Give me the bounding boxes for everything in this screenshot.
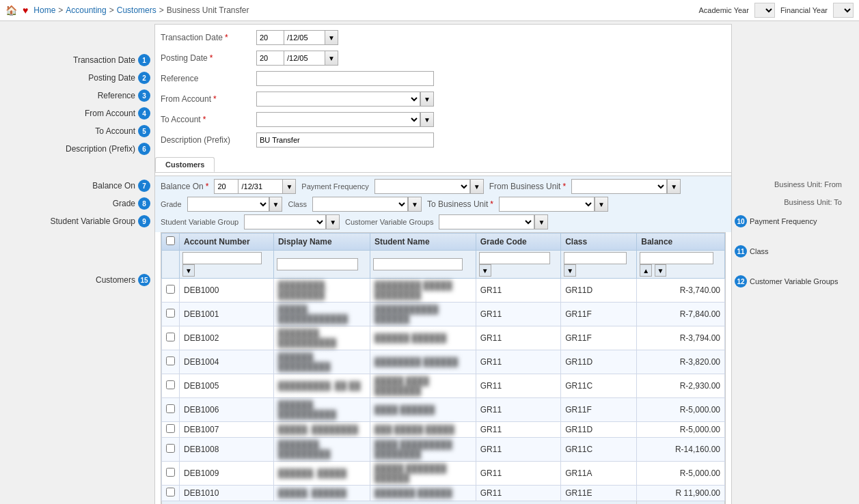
grade-code-cell: GR11 xyxy=(476,279,560,303)
customer-var-dropdown[interactable]: ▼ xyxy=(534,214,548,229)
badge-10: 10 xyxy=(735,215,747,227)
description-input[interactable] xyxy=(256,132,434,148)
breadcrumb-home[interactable]: Home xyxy=(33,5,55,15)
row-checkbox[interactable] xyxy=(166,333,175,341)
display-name-cell: ██████, ██████████ xyxy=(273,398,370,422)
payment-freq-select[interactable] xyxy=(374,179,470,194)
filter-account-btn[interactable]: ▼ xyxy=(182,264,195,277)
display-name-cell: ███████, █████████ xyxy=(273,438,370,462)
filter-grade-input[interactable] xyxy=(479,252,550,264)
balance-cell: R-14,160.00 xyxy=(637,438,725,462)
to-account-dropdown[interactable]: ▼ xyxy=(420,112,434,127)
account-number-cell: DEB1001 xyxy=(180,303,274,326)
label-posting-date: Posting Date 2 xyxy=(4,69,154,87)
row-checkbox[interactable] xyxy=(166,488,175,496)
payment-freq-dropdown[interactable]: ▼ xyxy=(470,179,484,194)
label-customers: Customers 15 xyxy=(4,271,154,289)
description-row: Description (Prefix) xyxy=(161,131,726,149)
filter-account-input[interactable] xyxy=(182,252,262,264)
from-bu-dropdown[interactable]: ▼ xyxy=(667,179,681,194)
balance-on-year[interactable] xyxy=(214,179,238,194)
filter-display-input[interactable] xyxy=(277,258,358,270)
account-number-cell: DEB1007 xyxy=(180,422,274,438)
transaction-date-combo[interactable]: ▼ xyxy=(256,30,338,45)
from-account-dropdown[interactable]: ▼ xyxy=(420,92,434,107)
display-name-cell: █████, ████████ xyxy=(273,422,370,438)
label-business-unit-to: Business Unit: To xyxy=(784,198,842,206)
row-checkbox[interactable] xyxy=(166,424,175,433)
filter-balance-up[interactable]: ▲ xyxy=(640,264,652,277)
balance-on-rest[interactable] xyxy=(238,179,282,194)
filter-area: Balance On * ▼ Payment Frequency ▼ From xyxy=(155,176,731,232)
breadcrumb-current: Business Unit Transfer xyxy=(167,5,249,15)
filter-balance-down[interactable]: ▼ xyxy=(655,264,667,277)
filter-grade-btn[interactable]: ▼ xyxy=(479,264,491,277)
financial-year-select[interactable] xyxy=(833,3,854,18)
row-checkbox[interactable] xyxy=(166,285,175,294)
table-row: DEB1010 █████, ██████ ███████ ██████ GR1… xyxy=(162,486,725,501)
student-var-dropdown[interactable]: ▼ xyxy=(326,214,340,229)
class-select[interactable] xyxy=(312,197,408,212)
table-body: DEB1000 ████████, ████████ ████████ ████… xyxy=(162,279,725,501)
class-cell: GR11F xyxy=(561,303,637,326)
customer-var-select[interactable] xyxy=(439,214,534,229)
label-reference: Reference 3 xyxy=(4,87,154,104)
posting-date-rest[interactable] xyxy=(284,51,325,66)
transaction-date-dropdown[interactable]: ▼ xyxy=(325,30,338,45)
posting-date-combo[interactable]: ▼ xyxy=(256,51,338,66)
grade-code-cell: GR11 xyxy=(476,374,560,398)
grade-dropdown[interactable]: ▼ xyxy=(269,197,283,212)
reference-input[interactable] xyxy=(256,71,434,86)
balance-on-dropdown[interactable]: ▼ xyxy=(282,179,296,194)
account-number-cell: DEB1005 xyxy=(180,374,274,398)
grade-select[interactable] xyxy=(187,197,269,212)
account-number-cell: DEB1000 xyxy=(180,279,274,303)
class-dropdown[interactable]: ▼ xyxy=(408,197,422,212)
label-description: Description (Prefix) 6 xyxy=(4,140,154,158)
filter-balance-input[interactable] xyxy=(640,252,713,264)
row-checkbox[interactable] xyxy=(166,380,175,389)
col-account-number: Account Number xyxy=(180,234,274,251)
display-name-cell: █████, ████████████ xyxy=(273,303,370,326)
balance-on-combo[interactable]: ▼ xyxy=(214,179,296,194)
academic-year-select[interactable] xyxy=(754,3,775,18)
from-bu-select[interactable] xyxy=(571,179,667,194)
posting-date-year[interactable] xyxy=(256,51,284,66)
student-var-select[interactable] xyxy=(244,214,326,229)
breadcrumb-customers[interactable]: Customers xyxy=(117,5,156,15)
academic-year-label: Academic Year xyxy=(699,6,749,14)
breadcrumb-accounting[interactable]: Accounting xyxy=(66,5,106,15)
display-name-cell: ███████, ██████████ xyxy=(273,326,370,350)
to-bu-dropdown[interactable]: ▼ xyxy=(595,197,608,212)
label-from-account: From Account 4 xyxy=(4,104,154,122)
row-checkbox[interactable] xyxy=(166,404,175,413)
row-checkbox[interactable] xyxy=(166,468,175,477)
from-account-select[interactable] xyxy=(256,92,420,107)
transaction-date-rest[interactable] xyxy=(284,30,325,45)
grade-code-cell: GR11 xyxy=(476,462,560,486)
row-checkbox[interactable] xyxy=(166,309,175,318)
top-right-controls: Academic Year Financial Year xyxy=(699,3,854,18)
filter-student-input[interactable] xyxy=(373,258,463,270)
badge-7: 7 xyxy=(138,180,150,192)
balance-on-label: Balance On * xyxy=(161,182,208,191)
to-account-select[interactable] xyxy=(256,112,420,127)
display-name-cell: █████████, ██ ██ xyxy=(273,374,370,398)
balance-cell: R-2,930.00 xyxy=(637,374,725,398)
row-checkbox[interactable] xyxy=(166,444,175,453)
posting-date-dropdown[interactable]: ▼ xyxy=(325,51,338,66)
filter-class-btn[interactable]: ▼ xyxy=(564,264,576,277)
display-name-cell: ██████, █████████ xyxy=(273,350,370,374)
row-checkbox[interactable] xyxy=(166,356,175,365)
tab-customers[interactable]: Customers xyxy=(155,157,215,172)
to-bu-select[interactable] xyxy=(499,197,595,212)
form-section: Transaction Date * ▼ Posting Date * xyxy=(154,24,732,504)
table-row: DEB1005 █████████, ██ ██ █████ ████ ████… xyxy=(162,374,725,398)
from-account-field-label: From Account * xyxy=(161,94,256,104)
breadcrumb: Home > Accounting > Customers > Business… xyxy=(33,5,693,15)
filter-class-input[interactable] xyxy=(564,252,627,264)
table-row: DEB1002 ███████, ██████████ ██████ █████… xyxy=(162,326,725,350)
transaction-date-year[interactable] xyxy=(256,30,284,45)
class-label: Class xyxy=(288,200,307,208)
select-all-checkbox[interactable] xyxy=(166,236,175,245)
